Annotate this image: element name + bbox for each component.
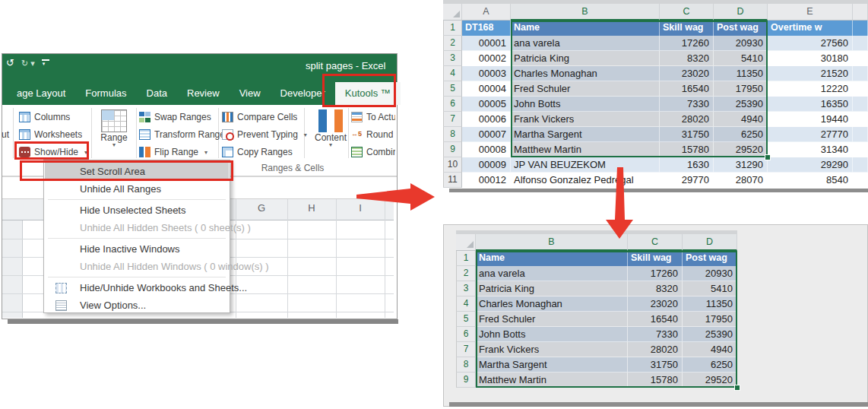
- table-cell[interactable]: 17260: [660, 36, 714, 51]
- row-header[interactable]: 9: [456, 373, 476, 388]
- table-cell[interactable]: ana varela: [511, 36, 660, 51]
- table-cell[interactable]: 8540: [768, 173, 853, 188]
- table-cell[interactable]: 5410: [683, 281, 737, 296]
- table-cell[interactable]: Alfonso Gonzalez Pedregal: [511, 173, 660, 188]
- row-header[interactable]: 11: [443, 173, 462, 188]
- table-cell[interactable]: Charles Monaghan: [476, 296, 628, 312]
- table-cell[interactable]: John Botts: [511, 97, 660, 112]
- table-cell[interactable]: 23020: [660, 66, 714, 81]
- table-cell[interactable]: [853, 81, 868, 97]
- table-cell[interactable]: Fred Schuler: [511, 81, 660, 97]
- table-cell[interactable]: Frank Vickers: [476, 342, 628, 357]
- table-header-cell[interactable]: Post wag: [714, 21, 768, 36]
- table-cell[interactable]: 21520: [768, 66, 853, 81]
- flip-range-button[interactable]: Flip Range: [139, 144, 223, 160]
- compare-cells-button[interactable]: Compare Cells: [222, 109, 310, 125]
- column-header-partial[interactable]: [853, 4, 868, 21]
- row-header[interactable]: 4: [456, 296, 476, 312]
- table-header-cell[interactable]: DT168: [462, 21, 511, 36]
- row-header[interactable]: 4: [443, 66, 462, 81]
- table-cell[interactable]: 15780: [660, 142, 714, 157]
- row-header[interactable]: 2: [456, 266, 476, 281]
- table-cell[interactable]: 7330: [628, 327, 683, 342]
- row-header[interactable]: 7: [456, 342, 476, 357]
- table-cell[interactable]: 4940: [683, 342, 737, 357]
- row-header[interactable]: 2: [443, 36, 462, 51]
- selection-fill-handle[interactable]: [765, 154, 771, 160]
- column-header-C[interactable]: C: [628, 234, 683, 251]
- table-cell[interactable]: 00004: [462, 81, 511, 97]
- table-cell[interactable]: 00005: [462, 97, 511, 112]
- table-header-cell[interactable]: Name: [511, 21, 660, 36]
- table-cell[interactable]: 16350: [768, 97, 853, 112]
- row-header[interactable]: 8: [456, 357, 476, 373]
- table-cell[interactable]: Patricia King: [476, 281, 628, 296]
- table-cell[interactable]: Matthew Martin: [511, 142, 660, 157]
- column-header-A[interactable]: A: [462, 4, 511, 21]
- table-cell[interactable]: 30180: [768, 51, 853, 66]
- table-cell[interactable]: [853, 97, 868, 112]
- table-cell[interactable]: ana varela: [476, 266, 628, 281]
- swap-ranges-button[interactable]: Swap Ranges: [139, 109, 223, 125]
- table-cell[interactable]: 00008: [462, 142, 511, 157]
- to-actu-button[interactable]: To Actu: [351, 109, 395, 125]
- table-header-cell[interactable]: Name: [476, 251, 628, 266]
- table-cell[interactable]: 17950: [714, 81, 768, 97]
- table-cell[interactable]: 8320: [628, 281, 683, 296]
- row-header[interactable]: 7: [443, 112, 462, 127]
- column-header-D[interactable]: D: [714, 4, 768, 21]
- menu-item-hide-inactive-windows[interactable]: Hide Inactive Windows: [45, 240, 229, 258]
- table-cell[interactable]: 16540: [660, 81, 714, 97]
- column-header-B[interactable]: B: [511, 4, 660, 21]
- table-cell[interactable]: 20930: [683, 266, 737, 281]
- selection-fill-handle[interactable]: [734, 385, 740, 391]
- table-cell[interactable]: 31340: [768, 142, 853, 157]
- table-cell[interactable]: 15780: [628, 373, 683, 388]
- table-header-cell[interactable]: Skill wag: [628, 251, 683, 266]
- table-cell[interactable]: 1630: [660, 157, 714, 173]
- table-cell[interactable]: 6250: [714, 127, 768, 142]
- table-cell[interactable]: 7330: [660, 97, 714, 112]
- table-cell[interactable]: 12220: [768, 81, 853, 97]
- table-cell[interactable]: 00006: [462, 112, 511, 127]
- menu-item-view-options[interactable]: View Options...: [45, 296, 229, 314]
- table-cell[interactable]: Patricia King: [511, 51, 660, 66]
- table-cell[interactable]: 31750: [628, 357, 683, 373]
- table-cell[interactable]: 29770: [660, 173, 714, 188]
- combin-button[interactable]: Combin: [351, 144, 395, 160]
- table-cell[interactable]: Frank Vickers: [511, 112, 660, 127]
- table-cell[interactable]: 8320: [660, 51, 714, 66]
- table-header-cell[interactable]: Post wag: [683, 251, 737, 266]
- table-cell[interactable]: [853, 127, 868, 142]
- table-cell[interactable]: [853, 157, 868, 173]
- row-header[interactable]: 5: [456, 312, 476, 327]
- row-header[interactable]: 8: [443, 127, 462, 142]
- table-cell[interactable]: 17260: [628, 266, 683, 281]
- row-header[interactable]: 5: [443, 81, 462, 97]
- table-cell[interactable]: 23020: [628, 296, 683, 312]
- select-all-corner[interactable]: [443, 4, 462, 21]
- columns-button[interactable]: Columns: [19, 109, 90, 125]
- table-cell[interactable]: Charles Monaghan: [511, 66, 660, 81]
- row-header[interactable]: 6: [456, 327, 476, 342]
- table-cell[interactable]: 28020: [660, 112, 714, 127]
- table-cell[interactable]: Fred Schuler: [476, 312, 628, 327]
- table-cell[interactable]: 29520: [683, 373, 737, 388]
- table-cell[interactable]: 25390: [714, 97, 768, 112]
- prevent-typing-button[interactable]: Prevent Typing: [222, 126, 310, 143]
- row-header[interactable]: 1: [456, 251, 476, 266]
- table-cell[interactable]: 16540: [628, 312, 683, 327]
- sheet-column-G[interactable]: G: [236, 202, 287, 214]
- transform-range-button[interactable]: Transform Range: [139, 126, 223, 143]
- round-button[interactable]: Round: [351, 126, 395, 143]
- table-cell[interactable]: Martha Sargent: [476, 357, 628, 373]
- table-cell[interactable]: 11350: [714, 66, 768, 81]
- sheet-column-I[interactable]: I: [336, 202, 385, 214]
- row-header[interactable]: 10: [443, 157, 462, 173]
- table-cell[interactable]: 11350: [683, 296, 737, 312]
- table-cell[interactable]: 5410: [714, 51, 768, 66]
- table-cell[interactable]: 31750: [660, 127, 714, 142]
- table-cell[interactable]: 6250: [683, 357, 737, 373]
- table-cell[interactable]: [853, 51, 868, 66]
- sheet-column-H[interactable]: H: [287, 202, 336, 214]
